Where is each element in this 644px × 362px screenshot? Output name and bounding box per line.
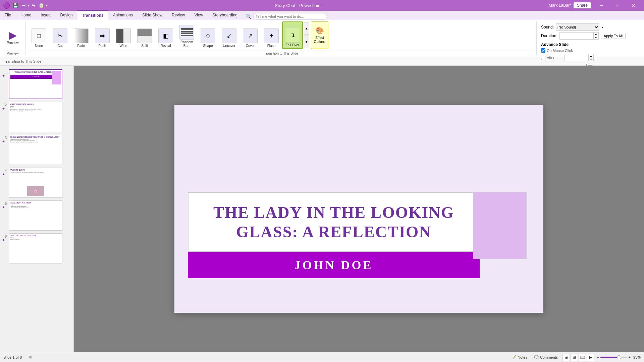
effect-options-label: EffectOptions <box>314 36 325 44</box>
after-checkbox[interactable] <box>541 56 545 60</box>
search-input[interactable] <box>253 13 327 20</box>
tab-review[interactable]: Review <box>167 10 190 20</box>
fit-slide-button[interactable]: ⊞ <box>27 354 34 360</box>
on-mouse-click-checkbox[interactable] <box>541 48 545 53</box>
slide-thumb-4[interactable]: 4 ★ FAVORITE QUOTE "Something dropped fr… <box>1 167 72 198</box>
slide-num-6: 6 <box>2 233 7 238</box>
undo-arrow[interactable]: ▾ <box>28 4 30 7</box>
transition-none[interactable]: □ None <box>29 21 49 49</box>
slide-title: THE LADY IN THE LOOKING GLASS: A REFLECT… <box>202 203 466 241</box>
scroll-up-button[interactable]: ▲ <box>304 22 309 35</box>
sound-select[interactable]: [No Sound] <box>556 23 599 31</box>
ribbon-group-timing: Sound: [No Sound] ▾ Duration: 02.00 ▲ ▼ … <box>537 21 644 55</box>
slide-image-3: COMMON LIFE PROBLEMS THE AUTHOR IS WRITI… <box>9 135 62 165</box>
sound-dropdown-arrow[interactable]: ▾ <box>601 25 603 29</box>
after-spinner[interactable]: 00:00:00 ▲ ▼ <box>565 54 594 61</box>
minimize-button[interactable]: ─ <box>594 0 609 11</box>
transition-fade[interactable]: Fade <box>71 21 92 49</box>
tab-home[interactable]: Home <box>16 10 36 20</box>
transition-flash-icon: ✦ <box>264 28 279 43</box>
zoom-out-button[interactable]: − <box>597 355 599 359</box>
zoom-in-button[interactable]: + <box>629 355 631 359</box>
on-mouse-click-checkbox-label[interactable]: On Mouse Click <box>541 48 573 53</box>
redo-icon[interactable]: ↪ <box>31 3 36 8</box>
duration-down-arrow[interactable]: ▼ <box>594 36 598 40</box>
transition-cut[interactable]: ✂ Cut <box>50 21 70 49</box>
slide-image-2: WHAT THE AUTHOR VALUES Respects...Talent… <box>9 102 62 132</box>
slide-thumb-1[interactable]: 1 ★ THE LADY IN THE LOOKING GLASS: A REF… <box>1 68 72 100</box>
slide-star-4: ★ <box>2 173 7 176</box>
transition-wipe-icon <box>116 28 131 43</box>
close-button[interactable]: ✕ <box>626 0 641 11</box>
transition-push[interactable]: ➡ Push <box>92 21 113 49</box>
save-icon[interactable]: 💾 <box>11 3 20 8</box>
tab-insert[interactable]: Insert <box>36 10 55 20</box>
tab-design[interactable]: Design <box>55 10 77 20</box>
tab-storyboarding[interactable]: Storyboarding <box>208 10 242 20</box>
transition-fall-over-label: Fall Over <box>286 43 300 47</box>
advance-slide-label: Advance Slide <box>541 42 569 47</box>
scroll-down-button[interactable]: ▼ <box>304 36 309 48</box>
after-up-arrow[interactable]: ▲ <box>589 54 593 58</box>
apply-all-button[interactable]: Apply To All <box>601 33 626 39</box>
effect-options-button[interactable]: 🎨 EffectOptions <box>311 21 328 49</box>
duration-up-arrow[interactable]: ▲ <box>594 32 598 36</box>
after-label: After: <box>547 56 555 60</box>
slide-info: Slide 1 of 8 <box>3 355 22 359</box>
transition-cover[interactable]: ↗ Cover <box>240 21 261 49</box>
undo-icon[interactable]: ↩ <box>21 3 26 8</box>
transition-uncover[interactable]: ↙ Uncover <box>219 21 239 49</box>
slide-image-6: DIDN'T LIKE ABOUT THE STORY Disliked:Gra… <box>9 233 62 263</box>
slideshow-button[interactable]: ▶ <box>587 354 594 361</box>
transition-split[interactable]: Split <box>134 21 155 49</box>
titlebar: 🟣 💾 ↩ ▾ ↪ 📋 ▾ Story Chat - PowerPoint Ma… <box>0 0 644 11</box>
comments-icon: 💬 <box>534 355 539 359</box>
reading-view-button[interactable]: 📖 <box>579 354 586 361</box>
tab-file[interactable]: File <box>0 10 16 20</box>
transition-random-bars[interactable]: Random Bars <box>176 21 197 49</box>
title-box: THE LADY IN THE LOOKING GLASS: A REFLECT… <box>188 192 480 252</box>
transition-shape-icon: ◇ <box>201 28 215 43</box>
tab-transitions[interactable]: Transitions <box>77 10 108 20</box>
slide-star-1: ★ <box>2 74 7 78</box>
window-title: Story Chat - PowerPoint <box>48 3 549 8</box>
duration-input[interactable]: 02.00 <box>560 32 593 40</box>
transition-wipe-label: Wipe <box>120 44 127 48</box>
slide-side-decoration <box>473 192 527 259</box>
tab-animations[interactable]: Animations <box>108 10 138 20</box>
zoom-slider[interactable] <box>600 357 627 358</box>
after-input[interactable]: 00:00:00 <box>565 54 588 61</box>
transition-push-label: Push <box>99 44 106 48</box>
tab-slideshow[interactable]: Slide Show <box>138 10 167 20</box>
slide-thumb-2[interactable]: 2 ★ WHAT THE AUTHOR VALUES Respects...Ta… <box>1 101 72 133</box>
notes-button[interactable]: 📝 Notes <box>509 354 529 360</box>
on-mouse-click-label: On Mouse Click <box>547 49 573 53</box>
transition-fall-over[interactable]: ↴ Fall Over <box>282 21 303 49</box>
ribbon-group-transitions: □ None ✂ Cut Fade ➡ Push Wipe <box>26 21 537 55</box>
transition-reveal[interactable]: ◧ Reveal <box>155 21 176 49</box>
transition-shape[interactable]: ◇ Shape <box>198 21 218 49</box>
tab-view[interactable]: View <box>190 10 208 20</box>
duration-spinner[interactable]: 02.00 ▲ ▼ <box>559 32 599 40</box>
slide-star-3: ★ <box>2 140 7 143</box>
share-button[interactable]: Share <box>574 2 591 8</box>
after-checkbox-label[interactable]: After: <box>541 56 561 60</box>
slide-thumb-5[interactable]: 5 ★ LIKED ABOUT THE STORY I liked:- the … <box>1 200 72 231</box>
after-down-arrow[interactable]: ▼ <box>589 58 593 61</box>
preview-button[interactable]: ▶ Preview <box>3 23 23 51</box>
slide-thumb-3[interactable]: 3 ★ COMMON LIFE PROBLEMS THE AUTHOR IS W… <box>1 134 72 166</box>
normal-view-button[interactable]: ▣ <box>562 354 570 361</box>
comments-button[interactable]: 💬 Comments <box>532 354 560 360</box>
customize-icon[interactable]: 📋 <box>38 3 45 8</box>
transition-cut-label: Cut <box>57 44 63 48</box>
slide-image-5: LIKED ABOUT THE STORY I liked:- the prob… <box>9 200 62 231</box>
slide-thumb-6[interactable]: 6 ★ DIDN'T LIKE ABOUT THE STORY Disliked… <box>1 233 72 264</box>
transition-wipe[interactable]: Wipe <box>113 21 134 49</box>
transition-random-bars-label: Random Bars <box>178 40 196 48</box>
transition-flash[interactable]: ✦ Flash <box>261 21 282 49</box>
slide-sorter-button[interactable]: ⊞ <box>571 354 578 361</box>
zoom-level[interactable]: 93% <box>633 355 641 359</box>
maximize-button[interactable]: □ <box>610 0 625 11</box>
user-name: Mark LaBarr <box>549 3 571 8</box>
statusbar-left: Slide 1 of 8 ⊞ <box>3 354 34 360</box>
